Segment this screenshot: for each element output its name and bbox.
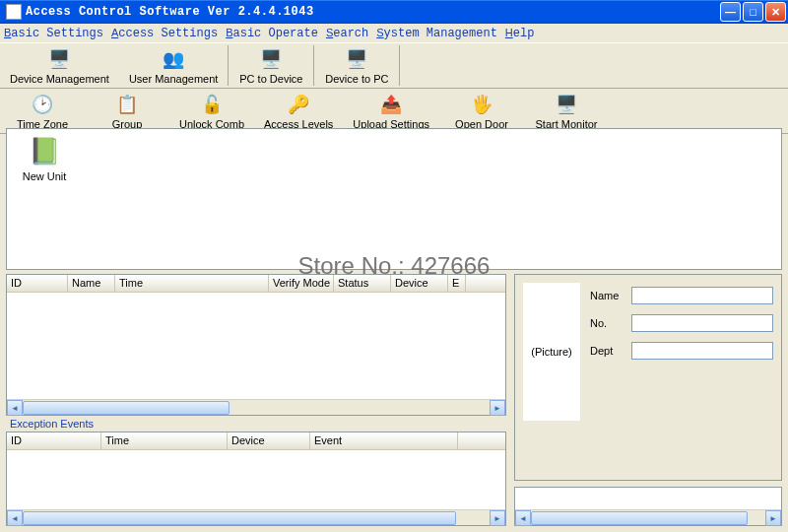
pc-to-device-icon: 🖥️ xyxy=(259,47,283,71)
maximize-button[interactable]: □ xyxy=(743,2,763,22)
col-time[interactable]: Time xyxy=(115,275,269,292)
new-unit-icon: 📗 xyxy=(29,135,60,166)
toolbar-open-door[interactable]: 🖐️Open Door xyxy=(439,89,524,133)
scroll-thumb[interactable] xyxy=(23,511,456,525)
dept-label: Dept xyxy=(590,345,625,357)
user-management-icon: 👥 xyxy=(162,47,185,71)
name-label: Name xyxy=(590,290,625,301)
dept-field[interactable] xyxy=(631,342,773,360)
scroll-left-icon[interactable]: ◄ xyxy=(7,510,23,526)
toolbar-access-levels[interactable]: 🔑Access Levels xyxy=(254,89,343,133)
open-door-icon: 🖐️ xyxy=(470,93,493,116)
left-column: IDNameTimeVerify ModeStatusDeviceE ◄ ► E… xyxy=(6,274,506,526)
col-name[interactable]: Name xyxy=(68,275,115,292)
col-time[interactable]: Time xyxy=(101,432,228,449)
scroll-left-icon[interactable]: ◄ xyxy=(515,510,531,526)
col-verify-mode[interactable]: Verify Mode xyxy=(269,275,334,292)
new-unit-label: New Unit xyxy=(23,170,67,182)
detail-fields: Name No. Dept xyxy=(590,283,773,472)
scroll-left-icon[interactable]: ◄ xyxy=(7,400,23,416)
titlebar: Access Control Software Ver 2.4.4.1043 —… xyxy=(0,0,788,24)
toolbar-upload-settings[interactable]: 📤Upload Settings xyxy=(343,89,439,133)
toolbar-device-management[interactable]: 🖥️Device Management xyxy=(0,43,119,88)
col-event[interactable]: Event xyxy=(310,432,458,449)
no-field[interactable] xyxy=(631,314,773,332)
exception-grid-header[interactable]: IDTimeDeviceEvent xyxy=(7,432,505,450)
menu-help[interactable]: Help xyxy=(505,27,535,40)
no-label: No. xyxy=(590,317,625,329)
toolbar-unlock-comb[interactable]: 🔓Unlock Comb xyxy=(169,89,254,133)
group-icon: 📋 xyxy=(115,93,139,116)
workspace-item-new-unit[interactable]: 📗 New Unit xyxy=(13,135,76,182)
message-box: ◄ ► xyxy=(514,487,782,526)
scroll-right-icon[interactable]: ► xyxy=(765,510,781,526)
events-grid-header[interactable]: IDNameTimeVerify ModeStatusDeviceE xyxy=(7,275,505,293)
menu-basic-settings[interactable]: Basic Settings xyxy=(4,27,103,40)
lower-area: IDNameTimeVerify ModeStatusDeviceE ◄ ► E… xyxy=(6,274,782,526)
device-to-pc-icon: 🖥️ xyxy=(345,47,368,71)
toolbar-user-management[interactable]: 👥User Management xyxy=(119,43,229,88)
scroll-thumb[interactable] xyxy=(531,511,748,525)
exception-grid-hscroll[interactable]: ◄ ► xyxy=(7,509,505,525)
window-title: Access Control Software Ver 2.4.4.1043 xyxy=(26,5,720,19)
unlock-comb-icon: 🔓 xyxy=(200,93,224,116)
menubar: Basic SettingsAccess SettingsBasic Opera… xyxy=(0,24,788,43)
detail-panel: (Picture) Name No. Dept xyxy=(514,274,782,481)
toolbar-pc-to-device[interactable]: 🖥️PC to Device xyxy=(229,43,313,88)
toolbar-device-to-pc[interactable]: 🖥️Device to PC xyxy=(314,43,399,88)
toolbar-group[interactable]: 📋Group xyxy=(85,89,169,133)
menu-access-settings[interactable]: Access Settings xyxy=(111,27,218,40)
scroll-right-icon[interactable]: ► xyxy=(490,510,505,526)
minimize-button[interactable]: — xyxy=(720,2,741,22)
start-monitor-icon: 🖥️ xyxy=(555,93,578,116)
toolbar-primary: 🖥️Device Management👥User Management🖥️PC … xyxy=(0,43,788,89)
toolbar-start-monitor[interactable]: 🖥️Start Monitor xyxy=(524,89,609,133)
window-buttons: — □ ✕ xyxy=(720,2,786,22)
menu-search[interactable]: Search xyxy=(326,27,368,40)
close-button[interactable]: ✕ xyxy=(765,2,786,22)
upload-settings-icon: 📤 xyxy=(379,93,403,116)
scroll-right-icon[interactable]: ► xyxy=(490,400,505,416)
right-column: (Picture) Name No. Dept ◄ ► xyxy=(514,274,782,526)
device-management-icon: 🖥️ xyxy=(47,47,71,71)
access-levels-icon: 🔑 xyxy=(287,93,310,116)
col-id[interactable]: ID xyxy=(7,432,101,449)
exception-grid-body[interactable] xyxy=(7,450,505,509)
toolbar-time-zone[interactable]: 🕑Time Zone xyxy=(0,89,85,133)
workspace: 📗 New Unit xyxy=(6,128,782,270)
exception-grid: IDTimeDeviceEvent ◄ ► xyxy=(6,432,506,526)
col-device[interactable]: Device xyxy=(391,275,448,292)
exception-events-label: Exception Events xyxy=(6,416,506,432)
app-icon xyxy=(6,4,22,20)
picture-placeholder: (Picture) xyxy=(523,283,580,421)
events-grid: IDNameTimeVerify ModeStatusDeviceE ◄ ► xyxy=(6,274,506,416)
name-field[interactable] xyxy=(631,287,773,304)
menu-basic-operate[interactable]: Basic Operate xyxy=(226,27,318,40)
col-e[interactable]: E xyxy=(448,275,466,292)
scroll-thumb[interactable] xyxy=(23,401,230,415)
time-zone-icon: 🕑 xyxy=(31,93,54,116)
message-box-hscroll[interactable]: ◄ ► xyxy=(515,509,781,525)
events-grid-body[interactable] xyxy=(7,293,505,399)
menu-system-management[interactable]: System Management xyxy=(376,27,497,40)
col-device[interactable]: Device xyxy=(228,432,310,449)
col-status[interactable]: Status xyxy=(334,275,391,292)
events-grid-hscroll[interactable]: ◄ ► xyxy=(7,399,505,415)
col-id[interactable]: ID xyxy=(7,275,68,292)
